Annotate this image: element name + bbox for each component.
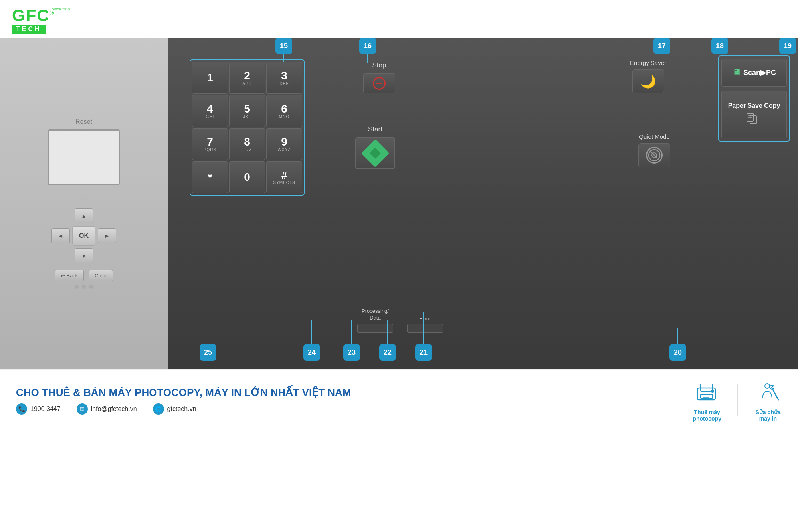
energy-saver-label: Energy Saver <box>630 59 666 66</box>
numpad-key-5[interactable]: 5JKL <box>229 95 265 127</box>
start-icon <box>361 139 390 168</box>
bottom-nav: ↩ Back Clear <box>55 270 113 281</box>
reset-label: Reset <box>75 118 92 125</box>
badge-23: 23 <box>343 344 360 361</box>
numpad-key-3[interactable]: 3DEF <box>266 62 302 94</box>
email-icon: ✉ <box>77 403 88 415</box>
header: GFC® Since 2010 TECH <box>0 0 798 38</box>
numpad-key-1[interactable]: 1 <box>192 62 228 94</box>
badge-15: 15 <box>275 38 292 54</box>
quiet-mode-button[interactable] <box>638 143 670 167</box>
line-24 <box>311 320 312 344</box>
badge-16-line <box>367 54 368 63</box>
numpad-key-9[interactable]: 9WXYZ <box>266 128 302 160</box>
numpad-key-star[interactable]: * <box>192 161 228 193</box>
svg-line-14 <box>772 388 778 400</box>
scan-copy-area: 🖥 Scan▶PC Paper Save Copy <box>718 55 790 142</box>
double-slash-icon: // <box>81 193 86 204</box>
line-23 <box>351 320 352 344</box>
left-panel: Reset // ▲ ◄ OK ► ▼ ↩ Back Clear <box>0 38 168 369</box>
phone-icon: 📞 <box>16 403 27 415</box>
ok-button[interactable]: OK <box>72 226 95 246</box>
badge-25: 25 <box>200 344 216 361</box>
footer-website: 🌐 gfctech.vn <box>153 403 196 415</box>
logo: GFC® Since 2010 TECH <box>12 7 55 34</box>
service-repair: Sửa chữa máy in <box>754 379 782 422</box>
paper-save-icon <box>746 113 762 127</box>
stop-button[interactable] <box>363 73 395 93</box>
dot-1 <box>75 285 79 289</box>
line-22 <box>387 320 388 344</box>
scan-icon: 🖥 <box>732 67 741 78</box>
photocopy-icon <box>693 379 721 407</box>
badge-16: 16 <box>359 38 376 54</box>
footer-phone: 📞 1900 3447 <box>16 403 61 415</box>
numpad-key-0[interactable]: 0 <box>229 161 265 193</box>
stop-icon <box>373 77 386 90</box>
nav-down-button[interactable]: ▼ <box>75 248 93 263</box>
start-area: Start <box>355 125 395 169</box>
clear-button[interactable]: Clear <box>89 270 113 281</box>
error-label: Error <box>420 316 431 322</box>
badge-21: 21 <box>415 344 432 361</box>
dot-3 <box>89 285 93 289</box>
back-button[interactable]: ↩ Back <box>55 270 84 281</box>
service-divider <box>737 384 738 416</box>
processing-label: Processing/Data <box>362 308 389 322</box>
photocopy-label: Thuê máy photocopy <box>693 409 721 422</box>
repair-label: Sửa chữa máy in <box>755 409 780 422</box>
stop-area: Stop <box>363 61 395 93</box>
badge-22: 22 <box>379 344 396 361</box>
stop-label: Stop <box>372 61 386 69</box>
dot-2 <box>82 285 86 289</box>
svg-rect-9 <box>701 394 713 398</box>
svg-point-10 <box>711 390 714 393</box>
numpad-key-hash[interactable]: #SYMBOLS <box>266 161 302 193</box>
numpad-key-7[interactable]: 7PQRS <box>192 128 228 160</box>
dark-panel: 1 2ABC 3DEF 4GHI 5JKL 6MNO 7PQRS 8TUV 9W… <box>168 38 798 369</box>
svg-point-13 <box>765 384 770 388</box>
moon-icon: 🌙 <box>640 74 656 89</box>
service-photocopy: Thuê máy photocopy <box>693 379 721 422</box>
quiet-mode-area: Quiet Mode <box>638 133 670 167</box>
device-screen <box>48 129 120 185</box>
energy-saver-button[interactable]: 🌙 <box>632 69 664 93</box>
back-icon: ↩ <box>61 273 65 279</box>
footer-email: ✉ info@gfctech.vn <box>77 403 137 415</box>
error-indicator <box>407 324 443 333</box>
numpad-grid: 1 2ABC 3DEF 4GHI 5JKL 6MNO 7PQRS 8TUV 9W… <box>192 62 302 193</box>
numpad-key-8[interactable]: 8TUV <box>229 128 265 160</box>
nav-left-button[interactable]: ◄ <box>51 228 70 243</box>
badge-15-line <box>283 54 284 62</box>
quiet-icon <box>646 147 663 164</box>
line-21 <box>423 312 424 344</box>
footer-services: Thuê máy photocopy Sửa chữa máy in <box>693 379 782 422</box>
repair-icon <box>754 379 782 407</box>
badge-17: 17 <box>653 38 670 54</box>
badge-24: 24 <box>303 344 320 361</box>
logo-tech: TECH <box>12 25 46 34</box>
footer: CHO THUÊ & BÁN MÁY PHOTOCOPY, MÁY IN LỚN… <box>0 369 798 431</box>
numpad-key-2[interactable]: 2ABC <box>229 62 265 94</box>
quiet-mode-label: Quiet Mode <box>639 133 670 140</box>
status-dots <box>75 285 93 289</box>
device-panel: Reset // ▲ ◄ OK ► ▼ ↩ Back Clear <box>0 38 798 369</box>
badge-18: 18 <box>711 38 728 54</box>
badge-19: 19 <box>779 38 796 54</box>
error-area: Error <box>407 316 443 333</box>
nav-up-button[interactable]: ▲ <box>75 208 93 223</box>
footer-title: CHO THUÊ & BÁN MÁY PHOTOCOPY, MÁY IN LỚN… <box>16 386 351 399</box>
scan-pc-button[interactable]: 🖥 Scan▶PC <box>721 59 787 87</box>
energy-saver-area: Energy Saver 🌙 <box>630 59 666 93</box>
nav-right-button[interactable]: ► <box>98 228 116 243</box>
line-25 <box>208 320 208 344</box>
nav-cluster: ▲ ◄ OK ► ▼ <box>51 208 116 263</box>
numpad-key-4[interactable]: 4GHI <box>192 95 228 127</box>
paper-save-label: Paper Save Copy <box>728 102 780 109</box>
numpad-wrapper: 1 2ABC 3DEF 4GHI 5JKL 6MNO 7PQRS 8TUV 9W… <box>190 59 305 196</box>
logo-gfc: GFC® <box>12 7 55 24</box>
paper-save-copy-button[interactable]: Paper Save Copy <box>721 91 787 138</box>
numpad-key-6[interactable]: 6MNO <box>266 95 302 127</box>
logo-since: Since 2010 <box>52 7 70 11</box>
start-button[interactable] <box>355 137 395 169</box>
